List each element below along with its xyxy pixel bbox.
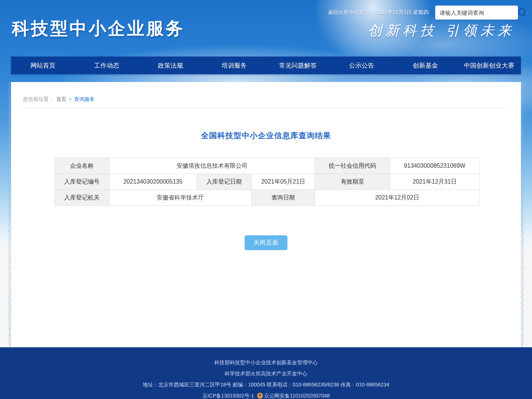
query-result-table: 企业名称 安徽塔孜信息技术有限公司 统一社会信用代码 9134030008523… <box>54 158 480 206</box>
site-logo: 科技型中小企业服务 <box>12 17 185 40</box>
footer: 科技部科技型中小企业技术创新基金管理中心 科学技术部火炬高技术产业开发中心 地址… <box>0 347 532 399</box>
main-navigation: 网站首页 工作动态 政策法规 培训服务 常见问题解答 公示公告 创新基金 中国创… <box>11 57 521 74</box>
footer-address-line: 地址：北京市西城区三里河二区甲18号 邮编：100045 联系电话：010-88… <box>0 379 532 390</box>
police-badge-icon <box>257 393 263 399</box>
reg-number-value: 202134030200005135 <box>109 174 197 190</box>
credit-code-label: 统一社会信用代码 <box>315 158 390 174</box>
table-row: 入库登记机关 安徽省科学技术厅 查询日期 2021年12月02日 <box>55 190 480 206</box>
page-title: 全国科技型中小企业信息库查询结果 <box>11 130 521 141</box>
nav-item-competition[interactable]: 中国创新创业大赛 <box>457 57 521 74</box>
query-date-value: 2021年12月02日 <box>315 190 480 206</box>
breadcrumb: 您当前位置： 首页 > 查询服务 <box>11 82 521 103</box>
current-date: 2021年12月2日 星期四 <box>376 9 429 16</box>
header-utility-bar: 返回火炬中心首页 2021年12月2日 星期四 <box>328 5 518 20</box>
header-slogan: 创新科技 引领未来 <box>368 21 515 40</box>
nav-item-announcements[interactable]: 公示公告 <box>330 57 394 74</box>
footer-record-line: 京ICP备13019302号-1京公网安备11010202007048 <box>0 390 532 399</box>
breadcrumb-home-link[interactable]: 首页 <box>56 96 66 103</box>
reg-date-value: 2021年05月21日 <box>252 174 315 190</box>
nav-item-training[interactable]: 培训服务 <box>202 57 266 74</box>
company-name-value: 安徽塔孜信息技术有限公司 <box>109 158 315 174</box>
reg-agency-label: 入库登记机关 <box>55 190 109 206</box>
nav-item-policies[interactable]: 政策法规 <box>139 57 202 74</box>
company-name-label: 企业名称 <box>55 158 109 174</box>
breadcrumb-divider <box>23 108 509 108</box>
reg-number-label: 入库登记编号 <box>55 174 109 190</box>
search-button[interactable] <box>515 6 520 20</box>
nav-item-home[interactable]: 网站首页 <box>11 57 75 74</box>
footer-org-line-1: 科技部科技型中小企业技术创新基金管理中心 <box>0 347 532 368</box>
close-page-button[interactable]: 关闭页面 <box>245 235 287 250</box>
nav-item-work-news[interactable]: 工作动态 <box>75 57 139 74</box>
breadcrumb-current-link[interactable]: 查询服务 <box>74 96 95 103</box>
content-panel: 您当前位置： 首页 > 查询服务 全国科技型中小企业信息库查询结果 企业名称 安… <box>11 82 521 347</box>
table-row: 企业名称 安徽塔孜信息技术有限公司 统一社会信用代码 9134030008523… <box>55 158 480 174</box>
icp-record-link[interactable]: 京ICP备13019302号-1 <box>202 393 254 399</box>
reg-agency-value: 安徽省科学技术厅 <box>109 190 252 206</box>
nav-item-faq[interactable]: 常见问题解答 <box>266 57 330 74</box>
breadcrumb-prefix: 您当前位置： <box>23 96 54 103</box>
search-box <box>435 6 518 20</box>
table-row: 入库登记编号 202134030200005135 入库登记日期 2021年05… <box>55 174 480 190</box>
search-input[interactable] <box>435 10 515 16</box>
reg-date-label: 入库登记日期 <box>197 174 252 190</box>
valid-until-label: 有效期至 <box>315 174 390 190</box>
query-date-label: 查询日期 <box>252 190 315 206</box>
nav-item-innovation-fund[interactable]: 创新基金 <box>393 57 457 74</box>
footer-org-line-2: 科学技术部火炬高技术产业开发中心 <box>0 368 532 379</box>
valid-until-value: 2021年12月31日 <box>390 174 480 190</box>
back-to-torch-center-link[interactable]: 返回火炬中心首页 <box>328 9 369 16</box>
credit-code-value: 91340300085231069W <box>390 158 480 174</box>
search-icon <box>518 8 525 16</box>
breadcrumb-separator: > <box>69 96 72 102</box>
police-record-link[interactable]: 京公网安备11010202007048 <box>264 393 330 399</box>
